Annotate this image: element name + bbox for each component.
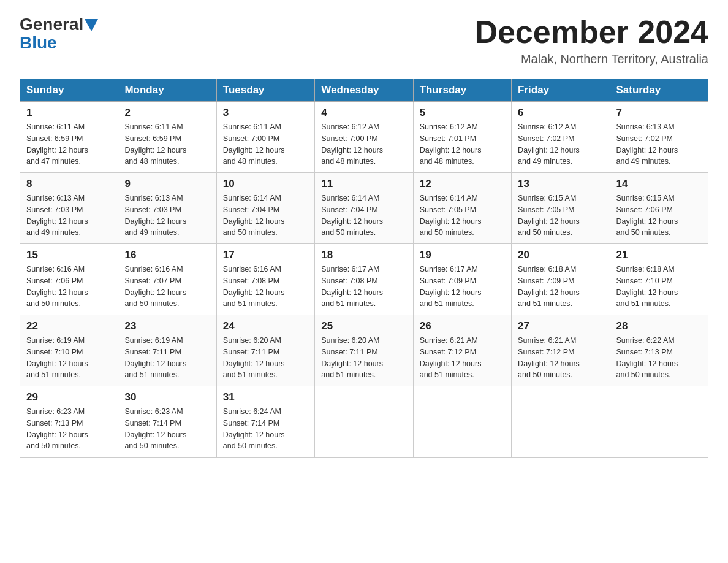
- day-info: Sunrise: 6:16 AMSunset: 7:07 PMDaylight:…: [124, 264, 210, 310]
- day-info: Sunrise: 6:15 AMSunset: 7:05 PMDaylight:…: [518, 193, 603, 239]
- day-info: Sunrise: 6:11 AMSunset: 7:00 PMDaylight:…: [223, 121, 308, 167]
- day-number: 30: [124, 391, 210, 404]
- day-number: 18: [321, 249, 406, 261]
- month-title: December 2024: [474, 15, 708, 50]
- weekday-header-friday: Friday: [512, 79, 610, 102]
- calendar-cell: [610, 386, 708, 458]
- calendar-cell: 6Sunrise: 6:12 AMSunset: 7:02 PMDaylight…: [512, 102, 610, 173]
- day-number: 17: [223, 249, 308, 261]
- calendar-cell: 28Sunrise: 6:22 AMSunset: 7:13 PMDayligh…: [610, 315, 708, 386]
- day-info: Sunrise: 6:19 AMSunset: 7:10 PMDaylight:…: [26, 335, 112, 381]
- day-info: Sunrise: 6:18 AMSunset: 7:09 PMDaylight:…: [518, 264, 603, 310]
- calendar-cell: 10Sunrise: 6:14 AMSunset: 7:04 PMDayligh…: [216, 173, 314, 244]
- calendar-cell: 3Sunrise: 6:11 AMSunset: 7:00 PMDaylight…: [216, 102, 314, 173]
- day-info: Sunrise: 6:22 AMSunset: 7:13 PMDaylight:…: [616, 335, 702, 381]
- day-number: 31: [223, 391, 308, 404]
- day-info: Sunrise: 6:19 AMSunset: 7:11 PMDaylight:…: [124, 335, 210, 381]
- calendar-cell: 12Sunrise: 6:14 AMSunset: 7:05 PMDayligh…: [413, 173, 511, 244]
- day-number: 6: [518, 107, 603, 119]
- day-number: 13: [518, 178, 603, 190]
- calendar-cell: 18Sunrise: 6:17 AMSunset: 7:08 PMDayligh…: [315, 244, 413, 315]
- weekday-header-saturday: Saturday: [610, 79, 708, 102]
- calendar-cell: 25Sunrise: 6:20 AMSunset: 7:11 PMDayligh…: [315, 315, 413, 386]
- calendar-cell: 1Sunrise: 6:11 AMSunset: 6:59 PMDaylight…: [20, 102, 118, 173]
- calendar-cell: [413, 386, 511, 458]
- day-info: Sunrise: 6:17 AMSunset: 7:09 PMDaylight:…: [420, 264, 505, 310]
- day-number: 12: [420, 178, 505, 190]
- day-info: Sunrise: 6:14 AMSunset: 7:04 PMDaylight:…: [321, 193, 406, 239]
- calendar-cell: 8Sunrise: 6:13 AMSunset: 7:03 PMDaylight…: [20, 173, 118, 244]
- calendar-cell: [315, 386, 413, 458]
- day-number: 11: [321, 178, 406, 190]
- day-number: 7: [616, 107, 702, 119]
- day-number: 9: [124, 178, 210, 190]
- day-info: Sunrise: 6:17 AMSunset: 7:08 PMDaylight:…: [321, 264, 406, 310]
- calendar-cell: 5Sunrise: 6:12 AMSunset: 7:01 PMDaylight…: [413, 102, 511, 173]
- day-number: 3: [223, 107, 308, 119]
- day-info: Sunrise: 6:23 AMSunset: 7:14 PMDaylight:…: [124, 406, 210, 452]
- weekday-header-monday: Monday: [118, 79, 216, 102]
- day-number: 10: [223, 178, 308, 190]
- calendar-week-row: 15Sunrise: 6:16 AMSunset: 7:06 PMDayligh…: [20, 244, 708, 315]
- calendar-week-row: 22Sunrise: 6:19 AMSunset: 7:10 PMDayligh…: [20, 315, 708, 386]
- day-number: 2: [124, 107, 210, 119]
- calendar-cell: 15Sunrise: 6:16 AMSunset: 7:06 PMDayligh…: [20, 244, 118, 315]
- weekday-header-tuesday: Tuesday: [216, 79, 314, 102]
- day-number: 24: [223, 320, 308, 332]
- day-info: Sunrise: 6:12 AMSunset: 7:02 PMDaylight:…: [518, 121, 603, 167]
- calendar-week-row: 8Sunrise: 6:13 AMSunset: 7:03 PMDaylight…: [20, 173, 708, 244]
- page-header: General Blue December 2024 Malak, Northe…: [20, 15, 708, 66]
- weekday-header-thursday: Thursday: [413, 79, 511, 102]
- day-info: Sunrise: 6:18 AMSunset: 7:10 PMDaylight:…: [616, 264, 702, 310]
- calendar-cell: 22Sunrise: 6:19 AMSunset: 7:10 PMDayligh…: [20, 315, 118, 386]
- day-number: 14: [616, 178, 702, 190]
- day-info: Sunrise: 6:20 AMSunset: 7:11 PMDaylight:…: [223, 335, 308, 381]
- calendar-cell: [512, 386, 610, 458]
- calendar-cell: 30Sunrise: 6:23 AMSunset: 7:14 PMDayligh…: [118, 386, 216, 458]
- svg-marker-0: [85, 19, 98, 31]
- day-number: 8: [26, 178, 112, 190]
- calendar-cell: 24Sunrise: 6:20 AMSunset: 7:11 PMDayligh…: [216, 315, 314, 386]
- day-number: 26: [420, 320, 505, 332]
- calendar-cell: 23Sunrise: 6:19 AMSunset: 7:11 PMDayligh…: [118, 315, 216, 386]
- day-number: 20: [518, 249, 603, 261]
- calendar-cell: 13Sunrise: 6:15 AMSunset: 7:05 PMDayligh…: [512, 173, 610, 244]
- day-info: Sunrise: 6:15 AMSunset: 7:06 PMDaylight:…: [616, 193, 702, 239]
- day-number: 19: [420, 249, 505, 261]
- day-number: 15: [26, 249, 112, 261]
- logo-blue-text: Blue: [20, 33, 57, 53]
- day-info: Sunrise: 6:14 AMSunset: 7:04 PMDaylight:…: [223, 193, 308, 239]
- day-number: 5: [420, 107, 505, 119]
- calendar-table: SundayMondayTuesdayWednesdayThursdayFrid…: [20, 79, 708, 458]
- calendar-cell: 14Sunrise: 6:15 AMSunset: 7:06 PMDayligh…: [610, 173, 708, 244]
- calendar-cell: 31Sunrise: 6:24 AMSunset: 7:14 PMDayligh…: [216, 386, 314, 458]
- calendar-cell: 17Sunrise: 6:16 AMSunset: 7:08 PMDayligh…: [216, 244, 314, 315]
- calendar-cell: 20Sunrise: 6:18 AMSunset: 7:09 PMDayligh…: [512, 244, 610, 315]
- logo-arrow-icon: [85, 19, 98, 31]
- day-info: Sunrise: 6:21 AMSunset: 7:12 PMDaylight:…: [420, 335, 505, 381]
- day-info: Sunrise: 6:20 AMSunset: 7:11 PMDaylight:…: [321, 335, 406, 381]
- day-number: 28: [616, 320, 702, 332]
- calendar-week-row: 29Sunrise: 6:23 AMSunset: 7:13 PMDayligh…: [20, 386, 708, 458]
- day-number: 25: [321, 320, 406, 332]
- day-number: 21: [616, 249, 702, 261]
- day-info: Sunrise: 6:11 AMSunset: 6:59 PMDaylight:…: [124, 121, 210, 167]
- day-info: Sunrise: 6:16 AMSunset: 7:08 PMDaylight:…: [223, 264, 308, 310]
- calendar-cell: 29Sunrise: 6:23 AMSunset: 7:13 PMDayligh…: [20, 386, 118, 458]
- day-info: Sunrise: 6:13 AMSunset: 7:03 PMDaylight:…: [124, 193, 210, 239]
- day-info: Sunrise: 6:23 AMSunset: 7:13 PMDaylight:…: [26, 406, 112, 452]
- location-subtitle: Malak, Northern Territory, Australia: [474, 52, 708, 66]
- day-info: Sunrise: 6:13 AMSunset: 7:03 PMDaylight:…: [26, 193, 112, 239]
- logo: General Blue: [20, 15, 98, 53]
- calendar-cell: 4Sunrise: 6:12 AMSunset: 7:00 PMDaylight…: [315, 102, 413, 173]
- weekday-header-row: SundayMondayTuesdayWednesdayThursdayFrid…: [20, 79, 708, 102]
- calendar-cell: 2Sunrise: 6:11 AMSunset: 6:59 PMDaylight…: [118, 102, 216, 173]
- day-info: Sunrise: 6:21 AMSunset: 7:12 PMDaylight:…: [518, 335, 603, 381]
- day-number: 1: [26, 107, 112, 119]
- day-info: Sunrise: 6:16 AMSunset: 7:06 PMDaylight:…: [26, 264, 112, 310]
- calendar-week-row: 1Sunrise: 6:11 AMSunset: 6:59 PMDaylight…: [20, 102, 708, 173]
- calendar-cell: 9Sunrise: 6:13 AMSunset: 7:03 PMDaylight…: [118, 173, 216, 244]
- calendar-cell: 27Sunrise: 6:21 AMSunset: 7:12 PMDayligh…: [512, 315, 610, 386]
- day-info: Sunrise: 6:24 AMSunset: 7:14 PMDaylight:…: [223, 406, 308, 452]
- day-info: Sunrise: 6:14 AMSunset: 7:05 PMDaylight:…: [420, 193, 505, 239]
